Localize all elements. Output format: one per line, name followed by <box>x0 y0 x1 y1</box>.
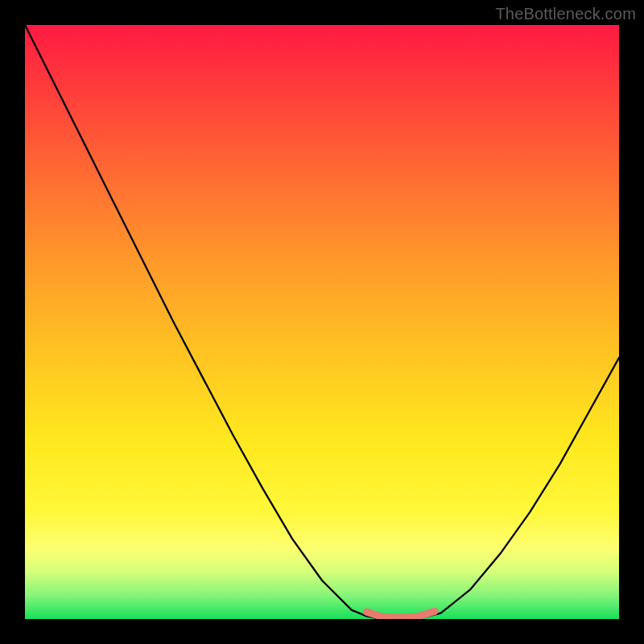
chart-frame: TheBottleneck.com <box>0 0 644 644</box>
plot-area <box>25 25 619 619</box>
curve-svg <box>25 25 619 619</box>
watermark-text: TheBottleneck.com <box>495 5 636 23</box>
optimal-band-path <box>366 611 435 617</box>
bottleneck-curve-path <box>25 25 619 619</box>
